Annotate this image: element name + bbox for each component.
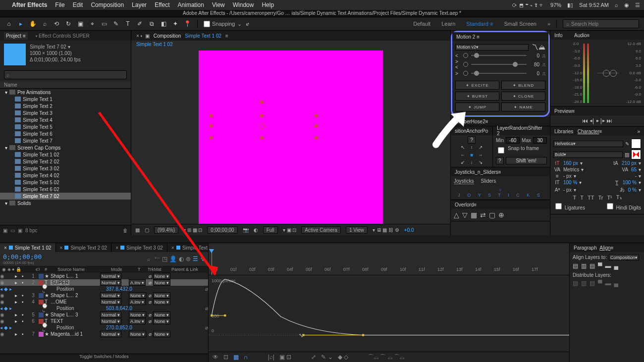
layershifter-title[interactable]: LayerRandomShifter 2 [493, 126, 550, 135]
align-vcenter-icon[interactable]: ▬ [605, 262, 611, 269]
bpc-toggle[interactable]: 8 bpc [25, 228, 37, 233]
overlord-pull-icon[interactable]: ▽ [462, 211, 468, 219]
overlord-new-icon[interactable]: ⊕ [498, 211, 504, 219]
ge-edit-icon[interactable]: ✎ ⌄ [321, 354, 332, 361]
comp-row[interactable]: Simple Text 6 02 [0, 186, 131, 193]
snap-frame-toggle[interactable]: Snap to frame [496, 146, 547, 155]
interpret-icon[interactable]: ▣ [3, 228, 7, 233]
effect-controls-tab[interactable]: ▪ Effect Controls SUPER [34, 32, 92, 40]
layer-row[interactable]: ◉▸▪7★Magenta…id 1Normal ▾None ▾⌀ None ▾ [0, 331, 208, 337]
layer-row[interactable]: ◉▸▪6TTEXTNormal ▾A.Inv ▾⌀ None ▾ [0, 318, 208, 324]
align-top-icon[interactable]: ▀ [598, 262, 602, 269]
col-parent[interactable]: Parent & Link [169, 267, 200, 272]
char-style-btn[interactable]: Tr [598, 195, 603, 201]
layer-property[interactable]: ◂ ◆ ▸⌚ ⤷Position503.8,642.0⌀ [0, 305, 208, 311]
vscale[interactable]: - px [563, 173, 572, 179]
puppet-tool-icon[interactable]: 📍 [183, 20, 191, 28]
folder-row[interactable]: ▾ Solids [0, 200, 131, 207]
align-tab[interactable]: Align [599, 245, 610, 251]
char-style-btn[interactable]: T¹ [607, 195, 612, 201]
shape-tool-icon[interactable]: ▭ [100, 20, 108, 28]
trash-icon[interactable]: 🗑 [123, 228, 128, 233]
comp-row[interactable]: Simple Text 2 [0, 103, 131, 109]
align-left-icon[interactable]: ▤ [573, 262, 578, 269]
menu-view[interactable]: View [212, 1, 225, 8]
siri-icon[interactable]: ◉ [624, 2, 629, 8]
notification-icon[interactable]: ☰ [635, 2, 640, 8]
comp-row[interactable]: Simple Text 4 02 [0, 172, 131, 179]
col-num[interactable]: # [43, 267, 55, 272]
comp-row[interactable]: Simple Text 5 02 [0, 179, 131, 186]
home-icon[interactable]: ⌂ [5, 20, 13, 28]
layer-property[interactable]: ◂ ◆ ▸⌚ ⤷Position337.8,432.0⌀ [0, 286, 208, 292]
tl-ico-fx[interactable]: ◐ [179, 256, 184, 262]
project-search[interactable]: ⌕ [4, 70, 127, 79]
viewer-3d-icons[interactable]: ▾ 🖥 ▦ ⛓ ⚙ [373, 227, 399, 233]
timeline-tab[interactable]: × Simple Text 4 02 [167, 243, 208, 252]
ge-keys-icon[interactable]: ◆ ◇ [338, 354, 348, 361]
resolution-dropdown[interactable]: Full [263, 226, 278, 234]
comp-row[interactable]: Simple Text 1 02 [0, 151, 131, 158]
snapping-toggle[interactable]: Snapping ⌄ ⸙ [204, 21, 249, 27]
menu-help[interactable]: Help [262, 1, 274, 8]
selection-tool-icon[interactable]: ▸ [17, 20, 25, 28]
posanchor-title[interactable]: sitionAnchorPo [451, 126, 492, 135]
menu-composition[interactable]: Composition [91, 1, 124, 8]
play-icon[interactable]: ▶ [596, 117, 599, 124]
exposure[interactable]: +0.0 [404, 227, 414, 233]
no-fill-icon[interactable]: ▨ [625, 152, 629, 157]
menu-layer[interactable]: Layer [132, 1, 147, 8]
motion2-slider[interactable]: <0⎍ [455, 51, 545, 60]
layer-row[interactable]: ◉▸▪3★Shape L… 2Normal ▾None ▾⌀ None ▾ [0, 292, 208, 299]
timeline-tab[interactable]: × Simple Text 1 02 [0, 243, 56, 252]
layer-row[interactable]: ◉▸▪4T…OMENormal ▾A.Inv ▾⌀ None ▾ [0, 299, 208, 305]
sliders-tab[interactable]: Sliders [481, 178, 496, 184]
project-column-header[interactable]: Name [0, 81, 131, 89]
motion2-graph-icon[interactable]: 〽⛰ [532, 43, 545, 51]
overlord-layer-icon[interactable]: ▢ [489, 211, 495, 219]
comp-row[interactable]: Simple Text 3 02 [0, 165, 131, 172]
workspace-standard[interactable]: Standard ≡ [466, 21, 493, 27]
motion2-slider[interactable]: >0⎍ [455, 69, 545, 78]
col-mode[interactable]: Mode [109, 267, 136, 272]
motion2-clone[interactable]: ✦ CLONE [501, 92, 545, 101]
motion2-burst[interactable]: ✦ BURST [455, 92, 499, 101]
menu-window[interactable]: Window [233, 1, 254, 8]
motion2-blend[interactable]: ✦ BLEND [501, 81, 545, 90]
align-hcenter-icon[interactable]: ▥ [581, 262, 587, 269]
max-field[interactable]: 30 [533, 137, 547, 144]
motion2-title[interactable]: Motion 2 ≡ [452, 32, 548, 41]
ge-auto-icon[interactable]: ▣ ⊡ [279, 354, 291, 361]
spotlight-icon[interactable]: ⌕ [615, 2, 618, 8]
tl-ico-2[interactable]: ◳ [162, 256, 167, 262]
col-trkmat[interactable]: TrkMat [146, 267, 169, 272]
ligatures-toggle[interactable]: Ligatures [553, 202, 585, 211]
hindi-toggle[interactable]: Hindi Digits [605, 202, 641, 211]
kerning[interactable]: Metrics [563, 167, 579, 172]
char-style-btn[interactable]: TT [588, 195, 594, 201]
ge-eye-icon[interactable]: 👁 [213, 354, 218, 361]
character-tab[interactable]: Character [578, 129, 599, 134]
last-frame-icon[interactable]: ⏭ [606, 117, 612, 124]
joysticks-tab[interactable]: Joysticks [454, 178, 474, 184]
ge-ease-icons[interactable]: ⌒⌓ ⌒ ⌓ ⌒⌓ [368, 353, 404, 362]
motion2-excite[interactable]: ✦ EXCITE [455, 81, 499, 90]
fill-swatch[interactable] [631, 139, 641, 149]
pen-tool-icon[interactable]: ✎ [112, 20, 120, 28]
camera-dropdown[interactable]: Active Camera [301, 226, 341, 234]
menu-effect[interactable]: Effect [155, 1, 169, 8]
type-tool-icon[interactable]: T [124, 20, 132, 28]
layer-row[interactable]: ◉▸▪1★Shape L… 1Normal ▾⌀ None ▾ [0, 273, 208, 279]
joysticks-title[interactable]: Joysticks_n_Sliders ≡ [451, 167, 550, 176]
comp-row[interactable]: Simple Text 3 [0, 109, 131, 116]
timecode[interactable]: 0;00;00;00 [3, 253, 42, 260]
brush-tool-icon[interactable]: ✐ [136, 20, 144, 28]
stroke-swatch[interactable] [631, 150, 641, 159]
hand-tool-icon[interactable]: ✋ [29, 20, 37, 28]
zoom-tool-icon[interactable]: ⌕ [41, 20, 49, 28]
layer-row[interactable]: ◉▸▪2TSUPERNormal ▾A.Inv ▾⌀ None ▾ [0, 279, 208, 286]
folder-row[interactable]: ▾ Screen Cap Comps [0, 144, 131, 151]
time-ruler[interactable]: 00f01f02f03f04f05f06f07f08f09f10f11f12f1… [209, 252, 569, 275]
folder-row[interactable]: ▾ Pre Animations [0, 89, 131, 96]
menu-edit[interactable]: Edit [73, 1, 83, 8]
